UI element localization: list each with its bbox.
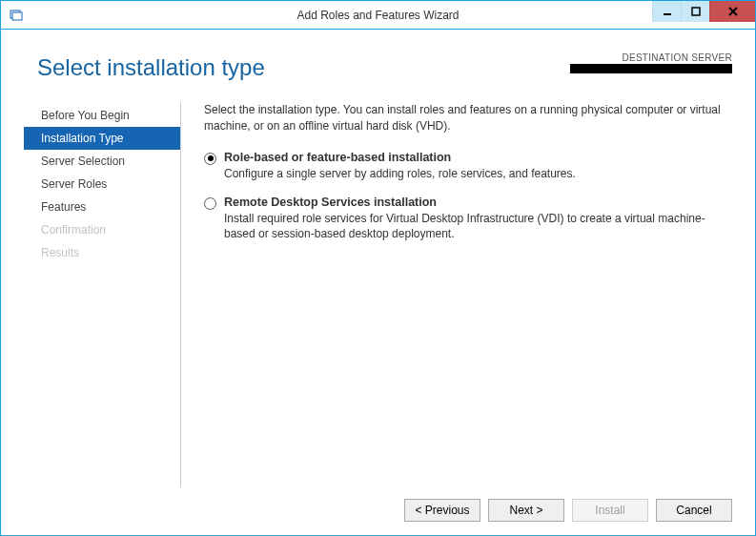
wizard-footer: < Previous Next > Install Cancel: [24, 487, 732, 522]
radio-remote-desktop[interactable]: [204, 197, 216, 210]
svg-rect-1: [12, 12, 22, 20]
sidebar-item-before-you-begin[interactable]: Before You Begin: [24, 104, 180, 127]
wizard-body: Select installation type DESTINATION SER…: [1, 30, 755, 535]
destination-label: DESTINATION SERVER: [570, 52, 732, 63]
next-button[interactable]: Next >: [488, 499, 564, 522]
destination-server-redacted: [570, 64, 732, 73]
sidebar-item-features[interactable]: Features: [24, 196, 180, 218]
option-remote-desktop[interactable]: Remote Desktop Services installation Ins…: [204, 196, 732, 243]
app-icon: [7, 6, 26, 25]
radio-role-based[interactable]: [204, 153, 216, 165]
option-role-based[interactable]: Role-based or feature-based installation…: [204, 151, 732, 182]
main-panel: Select the installation type. You can in…: [181, 102, 732, 487]
wizard-window: Add Roles and Features Wizard Select ins…: [0, 0, 756, 536]
close-button[interactable]: [709, 1, 755, 22]
sidebar-item-server-selection[interactable]: Server Selection: [24, 150, 180, 173]
destination-block: DESTINATION SERVER: [570, 52, 732, 73]
page-title: Select installation type: [37, 54, 265, 81]
option-title: Role-based or feature-based installation: [224, 151, 576, 164]
window-title: Add Roles and Features Wizard: [1, 9, 755, 22]
sidebar-item-results: Results: [24, 241, 180, 264]
option-desc: Configure a single server by adding role…: [224, 166, 576, 182]
titlebar: Add Roles and Features Wizard: [1, 1, 755, 30]
svg-rect-3: [692, 8, 700, 15]
option-desc: Install required role services for Virtu…: [224, 211, 732, 243]
content-row: Before You Begin Installation Type Serve…: [24, 102, 732, 487]
cancel-button[interactable]: Cancel: [656, 499, 732, 522]
intro-text: Select the installation type. You can in…: [204, 102, 732, 135]
sidebar-item-confirmation: Confirmation: [24, 218, 180, 241]
minimize-button[interactable]: [652, 1, 681, 22]
window-controls: [652, 1, 755, 22]
previous-button[interactable]: < Previous: [404, 499, 480, 522]
wizard-sidebar: Before You Begin Installation Type Serve…: [24, 102, 181, 487]
maximize-button[interactable]: [681, 1, 709, 22]
option-title: Remote Desktop Services installation: [224, 196, 732, 209]
install-button: Install: [572, 499, 648, 522]
sidebar-item-installation-type[interactable]: Installation Type: [24, 127, 180, 150]
header-row: Select installation type DESTINATION SER…: [24, 49, 732, 81]
option-role-based-text: Role-based or feature-based installation…: [224, 151, 576, 182]
option-remote-desktop-text: Remote Desktop Services installation Ins…: [224, 196, 732, 243]
sidebar-item-server-roles[interactable]: Server Roles: [24, 173, 180, 196]
